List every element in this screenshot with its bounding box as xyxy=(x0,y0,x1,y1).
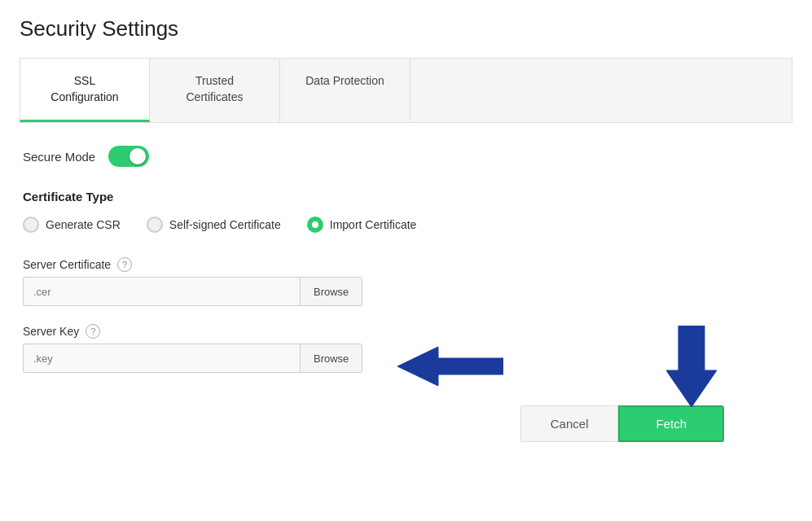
radio-import-certificate[interactable]: Import Certificate xyxy=(307,217,417,233)
server-key-browse-button[interactable]: Browse xyxy=(300,344,362,373)
cancel-button[interactable]: Cancel xyxy=(520,405,619,442)
radio-generate-csr[interactable]: Generate CSR xyxy=(23,217,121,233)
tab-empty xyxy=(410,58,792,122)
certificate-type-label: Certificate Type xyxy=(23,190,789,204)
secure-mode-toggle[interactable] xyxy=(108,146,149,167)
tab-data-protection[interactable]: Data Protection xyxy=(280,58,410,122)
radio-circle-import xyxy=(307,217,323,233)
left-arrow-annotation xyxy=(397,347,503,386)
radio-label-self-signed: Self-signed Certificate xyxy=(169,218,281,231)
down-arrow-annotation xyxy=(666,326,717,407)
svg-marker-0 xyxy=(397,347,503,386)
secure-mode-label: Secure Mode xyxy=(23,150,95,164)
radio-circle-self-signed xyxy=(147,217,163,233)
server-certificate-browse-button[interactable]: Browse xyxy=(300,277,362,306)
server-certificate-label: Server Certificate xyxy=(23,258,111,271)
radio-group: Generate CSR Self-signed Certificate Imp… xyxy=(23,217,789,233)
content-area: Secure Mode Certificate Type Generate CS… xyxy=(20,123,792,465)
secure-mode-row: Secure Mode xyxy=(23,146,789,167)
tabs-container: SSLConfiguration TrustedCertificates Dat… xyxy=(20,58,792,123)
svg-marker-1 xyxy=(666,326,717,407)
server-key-input[interactable] xyxy=(23,344,300,373)
server-certificate-input-row: Browse xyxy=(23,277,789,306)
radio-label-generate-csr: Generate CSR xyxy=(46,218,121,231)
server-certificate-input[interactable] xyxy=(23,277,300,306)
server-certificate-help-icon[interactable]: ? xyxy=(117,257,132,272)
tab-trusted-certificates[interactable]: TrustedCertificates xyxy=(150,58,280,122)
server-key-label: Server Key xyxy=(23,325,79,338)
certificate-type-section: Certificate Type Generate CSR Self-signe… xyxy=(23,190,789,233)
radio-circle-generate-csr xyxy=(23,217,39,233)
radio-label-import: Import Certificate xyxy=(330,218,417,231)
button-row: Cancel Fetch xyxy=(23,405,789,442)
tab-ssl[interactable]: SSLConfiguration xyxy=(20,58,150,122)
server-certificate-field: Server Certificate ? Browse xyxy=(23,257,789,306)
server-key-help-icon[interactable]: ? xyxy=(86,324,100,339)
radio-self-signed[interactable]: Self-signed Certificate xyxy=(147,217,281,233)
server-certificate-label-row: Server Certificate ? xyxy=(23,257,789,272)
fetch-button[interactable]: Fetch xyxy=(618,405,724,442)
page-title: Security Settings xyxy=(20,16,792,42)
